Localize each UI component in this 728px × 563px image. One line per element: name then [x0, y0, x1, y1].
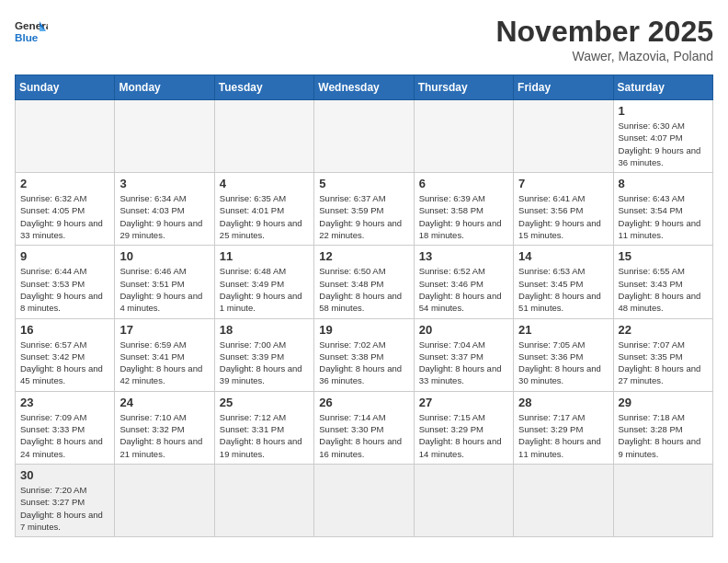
- calendar-week-row: 2Sunrise: 6:32 AM Sunset: 4:05 PM Daylig…: [16, 173, 713, 246]
- day-number: 16: [20, 323, 109, 337]
- table-row: 11Sunrise: 6:48 AM Sunset: 3:49 PM Dayli…: [214, 246, 313, 318]
- table-row: [414, 100, 513, 173]
- table-row: [514, 100, 613, 173]
- day-number: 26: [319, 396, 408, 409]
- table-row: [414, 464, 513, 536]
- day-number: 1: [619, 104, 708, 118]
- day-info: Sunrise: 6:50 AM Sunset: 3:48 PM Dayligh…: [319, 265, 408, 314]
- day-info: Sunrise: 7:14 AM Sunset: 3:30 PM Dayligh…: [319, 411, 408, 460]
- table-row: 19Sunrise: 7:02 AM Sunset: 3:38 PM Dayli…: [314, 318, 414, 391]
- calendar-week-row: 16Sunrise: 6:57 AM Sunset: 3:42 PM Dayli…: [16, 318, 713, 391]
- month-title: November 2025: [495, 15, 713, 49]
- day-info: Sunrise: 6:43 AM Sunset: 3:54 PM Dayligh…: [619, 192, 708, 241]
- day-number: 10: [119, 249, 209, 263]
- day-info: Sunrise: 6:57 AM Sunset: 3:42 PM Dayligh…: [20, 339, 109, 387]
- calendar-week-row: 1Sunrise: 6:30 AM Sunset: 4:07 PM Daylig…: [16, 100, 713, 173]
- day-info: Sunrise: 7:20 AM Sunset: 3:27 PM Dayligh…: [20, 484, 109, 533]
- svg-text:Blue: Blue: [15, 31, 39, 43]
- day-number: 9: [20, 249, 109, 263]
- table-row: 13Sunrise: 6:52 AM Sunset: 3:46 PM Dayli…: [414, 246, 513, 318]
- table-row: 17Sunrise: 6:59 AM Sunset: 3:41 PM Dayli…: [115, 318, 214, 391]
- page-header: General Blue November 2025 Wawer, Mazovi…: [15, 15, 713, 63]
- day-number: 28: [518, 396, 608, 409]
- day-info: Sunrise: 6:37 AM Sunset: 3:59 PM Dayligh…: [319, 192, 408, 241]
- day-number: 2: [20, 177, 109, 190]
- table-row: [214, 464, 313, 536]
- table-row: 7Sunrise: 6:41 AM Sunset: 3:56 PM Daylig…: [514, 173, 613, 246]
- logo-icon: General Blue: [15, 15, 48, 48]
- day-info: Sunrise: 6:52 AM Sunset: 3:46 PM Dayligh…: [419, 265, 508, 314]
- day-number: 5: [319, 177, 408, 190]
- day-number: 21: [518, 323, 608, 337]
- table-row: [314, 464, 414, 536]
- day-number: 30: [20, 468, 109, 482]
- col-thursday: Thursday: [414, 75, 513, 100]
- day-info: Sunrise: 7:02 AM Sunset: 3:38 PM Dayligh…: [319, 339, 408, 387]
- day-info: Sunrise: 6:44 AM Sunset: 3:53 PM Dayligh…: [20, 265, 109, 314]
- day-info: Sunrise: 6:34 AM Sunset: 4:03 PM Dayligh…: [119, 192, 209, 241]
- day-info: Sunrise: 6:48 AM Sunset: 3:49 PM Dayligh…: [220, 265, 309, 314]
- day-info: Sunrise: 6:53 AM Sunset: 3:45 PM Dayligh…: [518, 265, 608, 314]
- table-row: 2Sunrise: 6:32 AM Sunset: 4:05 PM Daylig…: [16, 173, 115, 246]
- table-row: 21Sunrise: 7:05 AM Sunset: 3:36 PM Dayli…: [514, 318, 613, 391]
- table-row: [115, 100, 214, 173]
- day-info: Sunrise: 6:32 AM Sunset: 4:05 PM Dayligh…: [20, 192, 109, 241]
- day-number: 27: [419, 396, 508, 409]
- day-number: 15: [619, 249, 708, 263]
- table-row: 1Sunrise: 6:30 AM Sunset: 4:07 PM Daylig…: [613, 100, 712, 173]
- day-info: Sunrise: 6:35 AM Sunset: 4:01 PM Dayligh…: [220, 192, 309, 241]
- calendar-table: Sunday Monday Tuesday Wednesday Thursday…: [15, 75, 713, 537]
- day-number: 20: [419, 323, 508, 337]
- day-info: Sunrise: 6:30 AM Sunset: 4:07 PM Dayligh…: [619, 120, 708, 168]
- table-row: 10Sunrise: 6:46 AM Sunset: 3:51 PM Dayli…: [115, 246, 214, 318]
- table-row: 22Sunrise: 7:07 AM Sunset: 3:35 PM Dayli…: [613, 318, 712, 391]
- day-number: 13: [419, 249, 508, 263]
- day-number: 18: [220, 323, 309, 337]
- table-row: 26Sunrise: 7:14 AM Sunset: 3:30 PM Dayli…: [314, 391, 414, 464]
- table-row: 9Sunrise: 6:44 AM Sunset: 3:53 PM Daylig…: [16, 246, 115, 318]
- day-number: 11: [220, 249, 309, 263]
- table-row: [214, 100, 313, 173]
- col-monday: Monday: [115, 75, 214, 100]
- table-row: 8Sunrise: 6:43 AM Sunset: 3:54 PM Daylig…: [613, 173, 712, 246]
- day-number: 7: [518, 177, 608, 190]
- day-info: Sunrise: 7:10 AM Sunset: 3:32 PM Dayligh…: [119, 411, 209, 460]
- day-number: 3: [119, 177, 209, 190]
- day-info: Sunrise: 6:39 AM Sunset: 3:58 PM Dayligh…: [419, 192, 508, 241]
- day-number: 19: [319, 323, 408, 337]
- table-row: [314, 100, 414, 173]
- location: Wawer, Mazovia, Poland: [495, 49, 713, 63]
- table-row: [115, 464, 214, 536]
- table-row: 30Sunrise: 7:20 AM Sunset: 3:27 PM Dayli…: [16, 464, 115, 536]
- table-row: 25Sunrise: 7:12 AM Sunset: 3:31 PM Dayli…: [214, 391, 313, 464]
- col-saturday: Saturday: [613, 75, 712, 100]
- table-row: 20Sunrise: 7:04 AM Sunset: 3:37 PM Dayli…: [414, 318, 513, 391]
- table-row: 14Sunrise: 6:53 AM Sunset: 3:45 PM Dayli…: [514, 246, 613, 318]
- day-number: 6: [419, 177, 508, 190]
- table-row: 4Sunrise: 6:35 AM Sunset: 4:01 PM Daylig…: [214, 173, 313, 246]
- day-number: 22: [619, 323, 708, 337]
- table-row: 23Sunrise: 7:09 AM Sunset: 3:33 PM Dayli…: [16, 391, 115, 464]
- day-info: Sunrise: 7:07 AM Sunset: 3:35 PM Dayligh…: [619, 339, 708, 387]
- day-number: 23: [20, 396, 109, 409]
- table-row: [514, 464, 613, 536]
- col-friday: Friday: [514, 75, 613, 100]
- col-tuesday: Tuesday: [214, 75, 313, 100]
- calendar-week-row: 23Sunrise: 7:09 AM Sunset: 3:33 PM Dayli…: [16, 391, 713, 464]
- day-info: Sunrise: 7:04 AM Sunset: 3:37 PM Dayligh…: [419, 339, 508, 387]
- day-number: 12: [319, 249, 408, 263]
- logo: General Blue: [15, 15, 48, 48]
- table-row: 16Sunrise: 6:57 AM Sunset: 3:42 PM Dayli…: [16, 318, 115, 391]
- day-number: 25: [220, 396, 309, 409]
- day-number: 14: [518, 249, 608, 263]
- table-row: 15Sunrise: 6:55 AM Sunset: 3:43 PM Dayli…: [613, 246, 712, 318]
- day-info: Sunrise: 7:12 AM Sunset: 3:31 PM Dayligh…: [220, 411, 309, 460]
- day-number: 29: [619, 396, 708, 409]
- day-info: Sunrise: 7:17 AM Sunset: 3:29 PM Dayligh…: [518, 411, 608, 460]
- day-info: Sunrise: 7:00 AM Sunset: 3:39 PM Dayligh…: [220, 339, 309, 387]
- table-row: 12Sunrise: 6:50 AM Sunset: 3:48 PM Dayli…: [314, 246, 414, 318]
- table-row: 24Sunrise: 7:10 AM Sunset: 3:32 PM Dayli…: [115, 391, 214, 464]
- calendar-header-row: Sunday Monday Tuesday Wednesday Thursday…: [16, 75, 713, 100]
- table-row: 27Sunrise: 7:15 AM Sunset: 3:29 PM Dayli…: [414, 391, 513, 464]
- table-row: 5Sunrise: 6:37 AM Sunset: 3:59 PM Daylig…: [314, 173, 414, 246]
